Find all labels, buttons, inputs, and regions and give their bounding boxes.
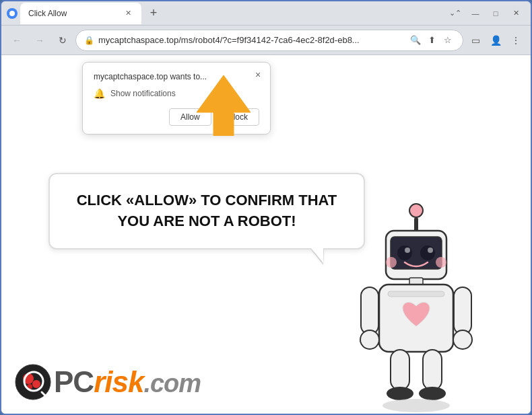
svg-point-8 <box>428 248 433 253</box>
share-icon[interactable]: ⬆ <box>425 34 438 47</box>
pcrisk-logo: PCrisk.com <box>15 364 201 400</box>
browser-tab[interactable]: Click Allow ✕ <box>20 3 141 24</box>
svg-point-9 <box>386 257 397 268</box>
svg-point-6 <box>420 246 435 260</box>
svg-point-5 <box>397 246 412 260</box>
svg-rect-20 <box>423 350 442 390</box>
svg-rect-14 <box>361 287 378 334</box>
tab-close-button[interactable]: ✕ <box>123 8 133 19</box>
svg-rect-18 <box>391 350 409 390</box>
nav-bar: ← → ↻ 🔒 mycaptchaspace.top/ms/robot4/?c=… <box>1 26 531 55</box>
popup-notification-label: Show notifications <box>110 89 176 98</box>
close-button[interactable]: ✕ <box>506 4 525 23</box>
speech-bubble: CLICK «ALLOW» TO CONFIRM THAT YOU ARE NO… <box>48 173 365 250</box>
pcrisk-logo-icon <box>15 364 51 400</box>
title-bar: Click Allow ✕ + ⌄⌃ — □ ✕ <box>1 1 531 26</box>
svg-rect-13 <box>388 291 444 297</box>
tab-favicon <box>7 8 18 19</box>
popup-close-button[interactable]: × <box>251 68 265 81</box>
svg-point-1 <box>409 204 423 217</box>
refresh-button[interactable]: ↻ <box>53 30 73 50</box>
svg-rect-2 <box>414 217 418 232</box>
new-tab-button[interactable]: + <box>144 4 163 23</box>
svg-point-21 <box>419 387 446 400</box>
browser-window: Click Allow ✕ + ⌄⌃ — □ ✕ ← → ↻ 🔒 mycaptc… <box>0 0 532 415</box>
bookmark-icon[interactable]: ☆ <box>441 34 455 47</box>
tab-title: Click Allow <box>28 9 67 18</box>
lock-icon: 🔒 <box>84 36 94 45</box>
svg-marker-0 <box>197 75 251 136</box>
svg-point-17 <box>453 330 472 349</box>
svg-rect-16 <box>454 287 471 334</box>
forward-button[interactable]: → <box>30 30 50 50</box>
sidebar-toggle-button[interactable]: ▭ <box>466 31 485 50</box>
search-icon[interactable]: 🔍 <box>409 34 422 47</box>
minimize-button[interactable]: — <box>466 4 485 23</box>
bubble-text: CLICK «ALLOW» TO CONFIRM THAT YOU ARE NO… <box>69 190 345 232</box>
nav-extra-icons: ▭ 👤 ⋮ <box>466 31 525 50</box>
address-bar-icons: 🔍 ⬆ ☆ <box>409 34 455 47</box>
svg-point-15 <box>360 330 379 349</box>
orange-arrow-indicator <box>197 75 251 139</box>
url-text: mycaptchaspace.top/ms/robot4/?c=f9f34142… <box>98 35 405 45</box>
address-bar[interactable]: 🔒 mycaptchaspace.top/ms/robot4/?c=f9f341… <box>75 30 463 51</box>
pcrisk-text: PCrisk.com <box>54 365 201 399</box>
svg-point-10 <box>436 257 446 268</box>
svg-point-25 <box>32 380 40 388</box>
arrange-icon: ⌄⌃ <box>446 4 465 23</box>
svg-point-19 <box>387 387 413 400</box>
profile-button[interactable]: 👤 <box>486 31 505 50</box>
page-content: × mycaptchaspace.top wants to... 🔔 Show … <box>1 55 531 414</box>
back-button[interactable]: ← <box>7 30 27 50</box>
maximize-button[interactable]: □ <box>486 4 505 23</box>
bell-icon: 🔔 <box>94 88 105 99</box>
svg-point-22 <box>383 399 450 412</box>
window-controls: ⌄⌃ — □ ✕ <box>446 4 525 23</box>
svg-point-7 <box>405 248 410 253</box>
more-options-button[interactable]: ⋮ <box>506 31 525 50</box>
